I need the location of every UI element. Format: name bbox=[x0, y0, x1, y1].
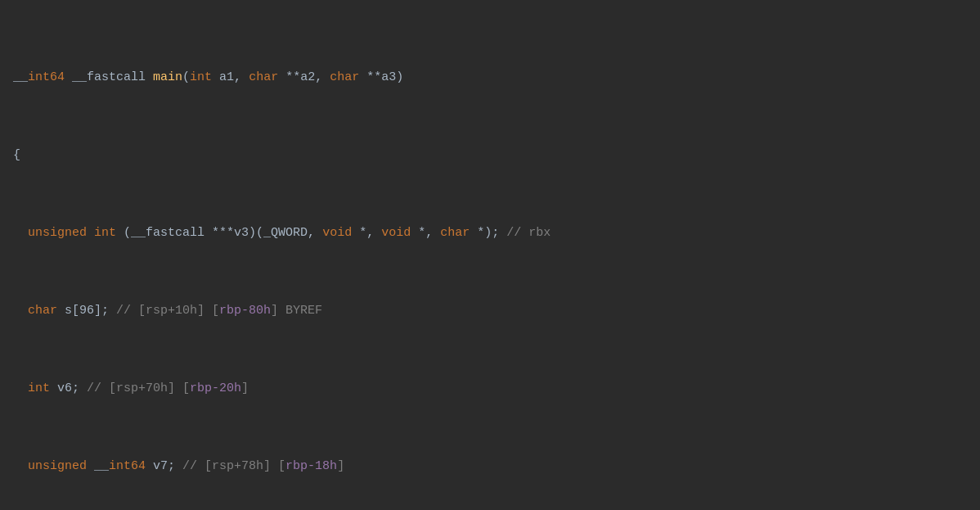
line-6: unsigned __int64 v7; // [rsp+78h] [rbp-1… bbox=[0, 456, 980, 476]
line-3: unsigned int (__fastcall ***v3)(_QWORD, … bbox=[0, 223, 980, 243]
line-2: { bbox=[0, 145, 980, 165]
line-1: __int64 __fastcall main(int a1, char **a… bbox=[0, 67, 980, 88]
code-view: __int64 __fastcall main(int a1, char **a… bbox=[0, 7, 980, 510]
line-5: int v6; // [rsp+70h] [rbp-20h] bbox=[0, 378, 980, 399]
line-4: char s[96]; // [rsp+10h] [rbp-80h] BYREF bbox=[0, 300, 980, 321]
